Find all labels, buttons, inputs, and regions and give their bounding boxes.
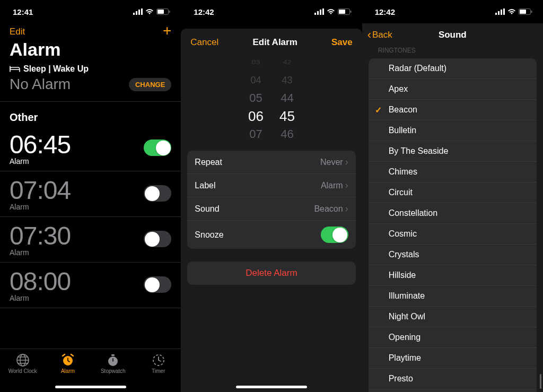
label-row[interactable]: Label Alarm› — [187, 174, 355, 197]
picker-value: 03 — [252, 55, 260, 69]
row-label: Repeat — [195, 158, 222, 167]
sound-option[interactable]: Apex — [369, 79, 537, 100]
page-title: Sound — [439, 30, 467, 40]
status-time: 12:41 — [13, 7, 33, 16]
sound-name: Night Owl — [389, 312, 425, 321]
alarm-item[interactable]: 06:45Alarm — [0, 126, 181, 171]
sound-option[interactable]: By The Seaside — [369, 141, 537, 162]
alarm-time: 08:00 — [10, 267, 71, 296]
alarm-toggle[interactable] — [144, 276, 171, 293]
svg-rect-2 — [138, 10, 140, 15]
tab-stopwatch[interactable]: Stopwatch — [94, 353, 132, 374]
tab-label: Alarm — [61, 368, 75, 374]
tab-label: Stopwatch — [101, 368, 126, 374]
sound-row[interactable]: Sound Beacon› — [187, 197, 355, 221]
screen-alarm-list: 12:41 Edit + Alarm Sleep | Wake Up No Al… — [0, 0, 181, 392]
sound-option[interactable]: Opening — [369, 327, 537, 348]
status-bar: 12:42 — [181, 0, 362, 23]
wifi-icon — [507, 8, 516, 15]
cancel-button[interactable]: Cancel — [190, 37, 218, 48]
cellular-icon — [314, 8, 324, 15]
status-bar: 12:42 — [362, 0, 543, 23]
sleep-section-header: Sleep | Wake Up — [0, 64, 181, 76]
sound-option[interactable]: Illuminate — [369, 286, 537, 307]
change-button[interactable]: CHANGE — [129, 78, 171, 91]
svg-rect-20 — [495, 13, 497, 15]
home-indicator[interactable] — [55, 386, 126, 388]
status-bar: 12:41 — [0, 0, 181, 23]
minute-column[interactable]: 42434445464748 — [279, 53, 295, 143]
sound-option[interactable]: Cosmic — [369, 224, 537, 245]
alarm-clock-icon — [61, 353, 75, 367]
svg-rect-1 — [136, 11, 137, 15]
chevron-right-icon: › — [345, 180, 348, 191]
repeat-row[interactable]: Repeat Never› — [187, 151, 355, 174]
scroll-indicator[interactable] — [540, 374, 541, 389]
tab-alarm[interactable]: Alarm — [49, 353, 86, 374]
svg-rect-25 — [520, 10, 526, 14]
tab-world-clock[interactable]: World Clock — [4, 353, 41, 374]
sound-option[interactable]: Crystals — [369, 245, 537, 265]
snooze-toggle[interactable] — [321, 227, 348, 243]
sound-option[interactable]: Night Owl — [369, 307, 537, 327]
add-alarm-button[interactable]: + — [163, 27, 171, 37]
sound-name: Illuminate — [389, 291, 425, 301]
sound-name: Beacon — [389, 105, 417, 115]
svg-rect-5 — [157, 10, 164, 14]
save-button[interactable]: Save — [331, 37, 353, 48]
sound-option[interactable]: Circuit — [369, 182, 537, 203]
alarm-time: 06:45 — [10, 130, 71, 159]
alarm-item[interactable]: 08:00Alarm — [0, 263, 181, 308]
row-value: Never — [320, 158, 343, 167]
status-time: 12:42 — [375, 7, 395, 16]
sound-option[interactable]: Chimes — [369, 162, 537, 182]
sound-option[interactable]: Radiate — [369, 389, 537, 392]
svg-rect-0 — [133, 13, 135, 15]
battery-icon — [338, 8, 352, 15]
sound-name: Hillside — [389, 271, 416, 280]
row-label: Snooze — [195, 230, 223, 240]
sound-name: By The Seaside — [389, 146, 449, 156]
svg-rect-11 — [111, 354, 115, 356]
alarm-toggle[interactable] — [144, 140, 171, 156]
svg-rect-13 — [314, 13, 316, 15]
status-indicators — [314, 8, 352, 15]
sound-name: Circuit — [389, 188, 413, 197]
page-title: Alarm — [0, 37, 181, 64]
edit-button[interactable]: Edit — [10, 27, 25, 37]
time-picker[interactable]: 03040506070809 42434445464748 — [181, 53, 362, 143]
tab-label: Timer — [152, 368, 165, 374]
sound-option[interactable]: Presto — [369, 369, 537, 389]
back-button[interactable]: ‹ Back — [367, 28, 392, 42]
row-value: Alarm — [321, 181, 343, 190]
svg-rect-18 — [339, 10, 345, 14]
alarm-toggle[interactable] — [144, 231, 171, 247]
hour-column[interactable]: 03040506070809 — [248, 53, 264, 143]
tab-timer[interactable]: Timer — [140, 353, 177, 374]
sound-name: Constellation — [389, 208, 438, 218]
alarm-toggle[interactable] — [144, 185, 171, 202]
battery-icon — [519, 8, 532, 15]
sound-option[interactable]: Constellation — [369, 203, 537, 224]
sound-option[interactable]: Hillside — [369, 265, 537, 286]
sound-option[interactable]: Playtime — [369, 348, 537, 369]
sound-name: Opening — [389, 333, 421, 342]
picker-value: 42 — [283, 55, 292, 69]
sound-option[interactable]: Radar (Default) — [369, 58, 537, 79]
tab-label: World Clock — [8, 368, 37, 374]
back-label: Back — [372, 30, 392, 40]
sound-option[interactable]: Bulletin — [369, 120, 537, 141]
chevron-left-icon: ‹ — [367, 28, 371, 42]
alarm-time: 07:04 — [10, 176, 71, 205]
row-label: Label — [195, 181, 215, 190]
bed-icon — [10, 65, 20, 73]
alarm-item[interactable]: 07:04Alarm — [0, 171, 181, 217]
home-indicator[interactable] — [236, 386, 307, 388]
sound-list: Radar (Default)Apex✓BeaconBulletinBy The… — [369, 58, 537, 392]
alarm-item[interactable]: 07:30Alarm — [0, 217, 181, 263]
sound-option[interactable]: ✓Beacon — [369, 100, 537, 120]
picker-value: 44 — [281, 89, 293, 107]
picker-value: 46 — [281, 125, 293, 143]
delete-alarm-button[interactable]: Delete Alarm — [187, 262, 355, 285]
sound-name: Playtime — [389, 353, 421, 363]
